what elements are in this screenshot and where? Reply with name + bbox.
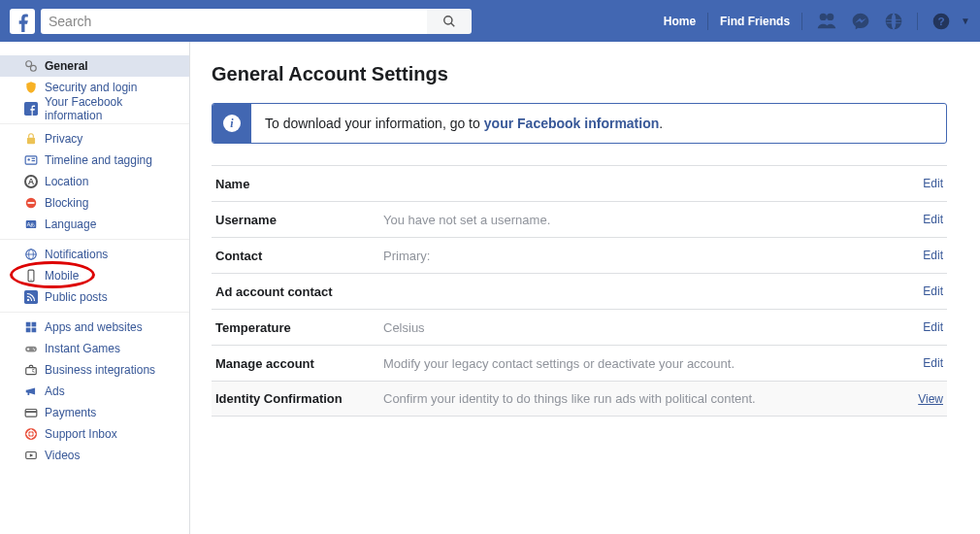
svg-point-31	[33, 348, 34, 349]
svg-point-23	[27, 299, 29, 301]
sidebar-item-apps-and-websites[interactable]: Apps and websites	[0, 317, 189, 338]
setting-label: Username	[215, 213, 383, 227]
svg-rect-22	[24, 290, 38, 304]
setting-row-name: NameEdit	[212, 165, 947, 201]
info-icon: i	[212, 104, 251, 143]
settings-list: NameEditUsernameYou have not set a usern…	[212, 165, 947, 417]
facebook-logo[interactable]	[10, 9, 35, 34]
edit-link[interactable]: Edit	[923, 213, 943, 226]
svg-text:?: ?	[938, 15, 945, 27]
settings-sidebar: GeneralSecurity and loginYour Facebook i…	[0, 42, 190, 534]
view-link[interactable]: View	[918, 392, 943, 406]
find-friends-link[interactable]: Find Friends	[710, 15, 800, 28]
svg-rect-25	[32, 322, 37, 327]
rss-icon	[23, 289, 39, 305]
setting-label: Ad account contact	[215, 284, 383, 299]
sidebar-item-label: Payments	[45, 406, 96, 419]
video-icon	[23, 448, 39, 463]
sidebar-item-general[interactable]: General	[0, 55, 189, 77]
svg-point-32	[34, 350, 35, 350]
svg-rect-27	[32, 328, 37, 333]
setting-value: You have not set a username.	[383, 213, 923, 227]
home-link[interactable]: Home	[654, 15, 705, 28]
edit-link[interactable]: Edit	[923, 284, 943, 298]
sidebar-item-label: Language	[45, 217, 96, 231]
sidebar-item-support-inbox[interactable]: Support Inbox	[0, 423, 189, 445]
setting-row-identity-confirmation: Identity ConfirmationConfirm your identi…	[212, 381, 947, 417]
sidebar-item-label: Mobile	[45, 269, 79, 283]
setting-label: Identity Confirmation	[215, 391, 383, 406]
sidebar-item-privacy[interactable]: Privacy	[0, 128, 189, 150]
sidebar-item-label: Privacy	[45, 132, 82, 146]
svg-rect-33	[26, 368, 37, 375]
search-input[interactable]	[41, 9, 427, 34]
sidebar-item-videos[interactable]: Videos	[0, 445, 189, 466]
globe-icon	[23, 247, 39, 262]
language-icon: Aあ	[23, 217, 39, 232]
setting-row-ad-account-contact: Ad account contactEdit	[212, 273, 947, 309]
page-title: General Account Settings	[212, 63, 947, 85]
top-divider	[917, 13, 918, 30]
sidebar-item-mobile[interactable]: Mobile	[0, 265, 189, 286]
account-menu-caret-icon[interactable]: ▼	[961, 16, 970, 26]
svg-point-10	[28, 158, 30, 160]
svg-point-6	[30, 65, 36, 71]
sidebar-item-public-posts[interactable]: Public posts	[0, 286, 189, 308]
sidebar-item-ads[interactable]: Ads	[0, 381, 189, 402]
apps-icon	[23, 319, 39, 335]
sidebar-item-label: Support Inbox	[45, 427, 117, 441]
sidebar-item-language[interactable]: AあLanguage	[0, 214, 189, 235]
friend-requests-icon[interactable]	[816, 11, 837, 32]
messenger-icon[interactable]	[851, 12, 870, 31]
svg-point-37	[29, 432, 34, 437]
info-banner: i To download your information, go to yo…	[212, 103, 947, 144]
blocking-icon	[23, 195, 39, 211]
sidebar-item-label: Location	[45, 175, 88, 188]
period: .	[659, 116, 663, 131]
sidebar-item-blocking[interactable]: Blocking	[0, 192, 189, 214]
setting-row-contact: ContactPrimary:Edit	[212, 237, 947, 273]
sidebar-item-label: Public posts	[45, 290, 108, 304]
setting-value: Modify your legacy contact settings or d…	[383, 356, 923, 371]
sidebar-item-label: Apps and websites	[45, 320, 143, 334]
edit-link[interactable]: Edit	[923, 177, 943, 190]
notifications-globe-icon[interactable]	[884, 12, 903, 31]
sidebar-item-label: Notifications	[45, 248, 108, 261]
search-button[interactable]	[427, 9, 472, 34]
sidebar-item-notifications[interactable]: Notifications	[0, 244, 189, 265]
letter-a-icon: A	[23, 174, 39, 189]
edit-link[interactable]: Edit	[923, 356, 943, 370]
edit-link[interactable]: Edit	[923, 249, 943, 262]
setting-row-username: UsernameYou have not set a username.Edit	[212, 201, 947, 237]
sidebar-item-label: Videos	[45, 449, 80, 462]
sidebar-item-business-integrations[interactable]: Business integrations	[0, 359, 189, 381]
svg-point-5	[26, 61, 32, 67]
gamepad-icon	[23, 341, 39, 356]
sidebar-item-instant-games[interactable]: Instant Games	[0, 338, 189, 359]
setting-label: Temperature	[215, 320, 383, 335]
lifebuoy-icon	[23, 426, 39, 442]
svg-rect-26	[26, 328, 31, 333]
info-banner-link[interactable]: your Facebook information	[484, 116, 659, 131]
topbar: Home Find Friends ? ▼	[0, 0, 980, 42]
help-icon[interactable]: ?	[931, 12, 951, 31]
mobile-icon	[23, 268, 39, 284]
svg-point-0	[444, 16, 452, 23]
sidebar-item-label: Blocking	[45, 196, 88, 210]
top-divider	[707, 13, 708, 30]
sidebar-item-label: Business integrations	[45, 363, 155, 377]
sidebar-item-payments[interactable]: Payments	[0, 402, 189, 423]
sidebar-item-location[interactable]: ALocation	[0, 171, 189, 192]
megaphone-icon	[23, 384, 39, 399]
sidebar-item-your-facebook-information[interactable]: Your Facebook information	[0, 98, 189, 119]
sidebar-item-label: Ads	[45, 384, 65, 398]
top-icons	[816, 11, 903, 32]
edit-link[interactable]: Edit	[923, 320, 943, 334]
svg-line-1	[451, 22, 455, 26]
svg-rect-8	[27, 138, 35, 144]
setting-value: Celsius	[383, 320, 923, 335]
svg-rect-24	[26, 322, 31, 327]
setting-row-manage-account: Manage accountModify your legacy contact…	[212, 345, 947, 381]
shield-icon	[23, 80, 39, 95]
sidebar-item-timeline-and-tagging[interactable]: Timeline and tagging	[0, 150, 189, 171]
